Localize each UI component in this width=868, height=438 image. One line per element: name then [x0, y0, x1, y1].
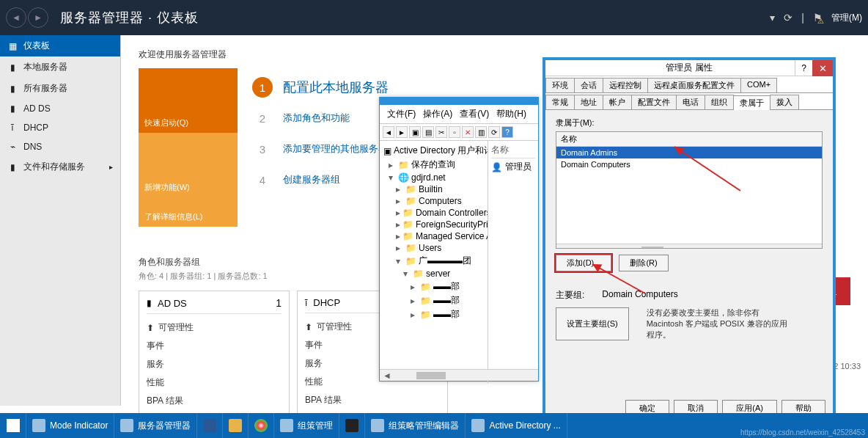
tab-member-of[interactable]: 隶属于: [733, 95, 770, 110]
taskbar-gpeditor[interactable]: 组策略管理编辑器: [365, 413, 466, 438]
tree-node[interactable]: ▸📁Managed Service Acco: [381, 230, 486, 242]
taskbar-aduc[interactable]: Active Directory ...: [466, 413, 567, 438]
sidebar-item-local-server[interactable]: ▮本地服务器: [0, 56, 120, 78]
toolbar-refresh-icon[interactable]: ⟳: [488, 126, 500, 138]
taskbar-explorer[interactable]: [223, 413, 249, 438]
start-button[interactable]: [0, 413, 26, 438]
caret-icon[interactable]: ▾: [770, 12, 775, 23]
taskbar-chrome[interactable]: [249, 413, 274, 438]
toolbar-list-icon[interactable]: ▤: [422, 126, 434, 138]
sidebar-item-label: DHCP: [23, 123, 48, 133]
primary-group-value: Domain Computers: [602, 289, 677, 302]
tree-node[interactable]: ▾📁server: [381, 268, 486, 280]
toolbar-fwd-icon[interactable]: ►: [396, 126, 408, 138]
taskbar-powershell[interactable]: [197, 413, 223, 438]
tree-node[interactable]: ▸📁▬▬部: [381, 293, 486, 307]
step-add-servers[interactable]: 添加要管理的其他服务器: [283, 142, 388, 156]
tab-org[interactable]: 组织: [705, 95, 734, 109]
tree-root[interactable]: ▣Active Directory 用户和计算机: [381, 144, 486, 158]
aduc-titlebar[interactable]: [380, 98, 538, 105]
tree-node[interactable]: ▸📁保存的查询: [381, 158, 486, 172]
sidebar-item-label: DNS: [23, 142, 42, 152]
tile-row-bpa[interactable]: BPA 结果: [147, 392, 282, 410]
tile-row-perf[interactable]: 性能: [147, 373, 282, 392]
tab-complus[interactable]: COM+: [740, 78, 777, 92]
tab-env[interactable]: 环境: [545, 78, 575, 92]
toolbar-cut-icon[interactable]: ✂: [435, 126, 447, 138]
nav-back-button[interactable]: ◄: [6, 7, 26, 28]
tile-row-bpa[interactable]: BPA 结果: [305, 391, 440, 409]
taskbar-mode-indicator[interactable]: Mode Indicator: [26, 413, 114, 438]
remove-button[interactable]: 删除(R): [619, 255, 668, 271]
tile-row-services[interactable]: 服务: [147, 355, 282, 373]
list-item-domain-admins[interactable]: Domain Admins: [556, 147, 822, 158]
tab-profile[interactable]: 配置文件: [631, 95, 677, 109]
menu-view[interactable]: 查看(V): [457, 108, 492, 120]
quick-start-tab[interactable]: 快速启动(Q): [139, 68, 238, 133]
chevron-right-icon: ▸: [109, 163, 113, 171]
listbox-header[interactable]: 名称: [556, 132, 822, 147]
add-button[interactable]: 添加(D)...: [556, 255, 611, 271]
toolbar-back-icon[interactable]: ◄: [383, 126, 394, 138]
toolbar-prop-icon[interactable]: ▥: [475, 126, 487, 138]
tab-general[interactable]: 常规: [545, 95, 575, 109]
menu-file[interactable]: 文件(F): [384, 108, 419, 120]
whats-new-tab[interactable]: 新增功能(W): [139, 133, 238, 197]
menu-action[interactable]: 操作(A): [420, 108, 455, 120]
tree-node[interactable]: ▸📁▬▬部: [381, 280, 486, 293]
tree-node[interactable]: ▸📁▬▬部: [381, 307, 486, 321]
tile-row-events[interactable]: 事件: [147, 337, 282, 355]
notification-flag-icon[interactable]: ⚑⚠: [813, 12, 823, 23]
sidebar-item-files[interactable]: ▮文件和存储服务▸: [0, 156, 120, 178]
list-item-admin[interactable]: 👤管理员: [491, 161, 535, 173]
listbox-scrollbar[interactable]: ◄►: [556, 244, 822, 249]
taskbar-server-manager[interactable]: 服务器管理器: [114, 413, 197, 438]
scroll-thumb[interactable]: [641, 247, 663, 249]
list-header-name[interactable]: 名称: [491, 144, 535, 158]
step-configure-local[interactable]: 配置此本地服务器: [283, 79, 389, 96]
set-primary-button[interactable]: 设置主要组(S): [556, 307, 629, 340]
tree-node-domain[interactable]: ▾🌐gdjrd.net: [381, 172, 486, 183]
sidebar-item-all-servers[interactable]: ▮所有服务器: [0, 78, 120, 99]
tab-remote-control[interactable]: 远程控制: [603, 78, 648, 92]
member-of-listbox[interactable]: 名称 Domain Admins Domain Computers ◄►: [556, 131, 823, 249]
taskbar-cmd[interactable]: [339, 413, 365, 438]
dialog-help-button[interactable]: ?: [795, 60, 812, 76]
tab-address[interactable]: 地址: [574, 95, 603, 109]
aduc-scrollbar[interactable]: ◄: [380, 369, 538, 381]
taskbar-gpmc[interactable]: 组策管理: [274, 413, 339, 438]
toolbar-up-icon[interactable]: ▣: [409, 126, 421, 138]
cmd-icon: [345, 419, 358, 432]
sidebar-item-adds[interactable]: ▮AD DS: [0, 99, 120, 118]
manage-menu[interactable]: 管理(M): [831, 12, 862, 24]
tile-count: 1: [276, 297, 282, 309]
tree-node[interactable]: ▸📁Builtin: [381, 183, 486, 195]
role-tile-adds[interactable]: ▮AD DS1 ⬆可管理性 事件 服务 性能 BPA 结果: [139, 291, 290, 417]
tab-account[interactable]: 帐户: [603, 95, 632, 109]
menu-help[interactable]: 帮助(H): [493, 108, 529, 120]
toolbar-delete-icon[interactable]: ✕: [462, 126, 474, 138]
tree-node[interactable]: ▸📁Computers: [381, 195, 486, 207]
list-item-domain-computers[interactable]: Domain Computers: [556, 158, 822, 170]
toolbar-help-icon[interactable]: ?: [501, 126, 513, 138]
tree-node[interactable]: ▸📁ForeignSecurityPrincip...: [381, 219, 486, 230]
nav-forward-button[interactable]: ►: [28, 7, 48, 28]
toolbar-copy-icon[interactable]: ▫: [449, 126, 460, 138]
step-add-roles[interactable]: 添加角色和功能: [283, 112, 350, 125]
tree-node[interactable]: ▸📁Domain Controllers: [381, 207, 486, 219]
dialog-close-button[interactable]: ✕: [812, 60, 833, 76]
tab-session[interactable]: 会话: [574, 78, 603, 92]
learn-more-tab[interactable]: 了解详细信息(L): [139, 197, 238, 227]
tree-node[interactable]: ▸📁Users: [381, 242, 486, 254]
sidebar-item-dhcp[interactable]: ĩDHCP: [0, 118, 120, 137]
tree-node-ou[interactable]: ▾📁广▬▬▬▬团: [381, 254, 486, 268]
refresh-icon[interactable]: ⟳: [784, 12, 792, 23]
tab-phone[interactable]: 电话: [676, 95, 705, 109]
sidebar-item-dashboard[interactable]: ▦仪表板: [0, 35, 120, 56]
tab-rds-profile[interactable]: 远程桌面服务配置文件: [647, 78, 741, 92]
step-create-group[interactable]: 创建服务器组: [283, 173, 340, 186]
sidebar-item-dns[interactable]: ⌁DNS: [0, 137, 120, 156]
scroll-thumb[interactable]: [416, 372, 446, 379]
tile-row-manage[interactable]: ⬆可管理性: [147, 318, 282, 337]
tab-dialin[interactable]: 拨入: [770, 95, 799, 109]
